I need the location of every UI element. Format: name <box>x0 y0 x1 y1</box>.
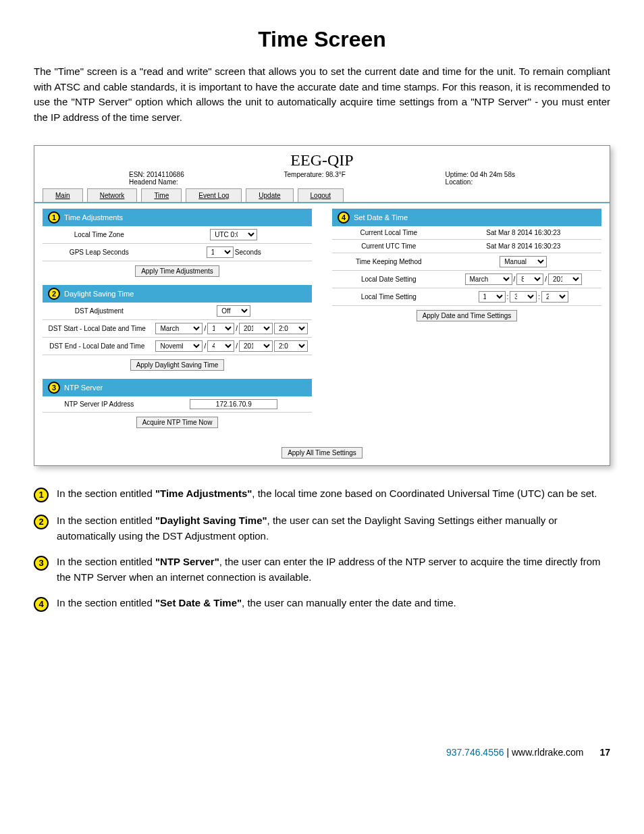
time-keeping-method-label: Time Keeping Method <box>332 255 446 268</box>
slash-icon: / <box>514 276 516 283</box>
temp-label: Temperature: 98.3°F <box>284 171 346 186</box>
apply-dst-button[interactable]: Apply Daylight Saving Time <box>130 359 225 371</box>
location-label: Location: <box>446 178 515 186</box>
badge-1-icon: 1 <box>34 488 49 502</box>
current-utc-time-label: Current UTC Time <box>332 240 446 253</box>
dst-start-label: DST Start - Local Date and Time <box>43 322 151 335</box>
local-date-day-select[interactable]: 8 <box>516 273 543 285</box>
colon-icon: : <box>507 293 509 301</box>
dst-end-day-select[interactable]: 4 <box>207 340 234 352</box>
local-date-setting-label: Local Date Setting <box>332 273 446 286</box>
current-local-time-label: Current Local Time <box>332 226 446 239</box>
dst-end-time-select[interactable]: 2:00 <box>274 340 308 352</box>
time-keeping-method-select[interactable]: Manual <box>500 256 547 267</box>
dst-end-month-select[interactable]: November <box>155 340 203 352</box>
explain-3: In the section entitled "NTP Server", th… <box>57 554 610 585</box>
local-date-year-select[interactable]: 2014 <box>548 273 582 285</box>
uptime-label: Uptime: 0d 4h 24m 58s <box>446 171 515 178</box>
badge-1-icon: 1 <box>48 211 60 224</box>
tab-logout[interactable]: Logout <box>298 188 344 202</box>
dst-start-month-select[interactable]: March <box>155 323 203 334</box>
leap-select[interactable]: 15 <box>207 246 234 258</box>
section-set-date-time-head: 4 Set Date & Time <box>332 209 601 226</box>
dst-start-year-select[interactable]: 2013 <box>239 323 273 334</box>
local-time-hour-select[interactable]: 16 <box>479 291 506 303</box>
footer-phone: 937.746.4556 <box>446 747 504 758</box>
slash-icon: / <box>236 342 238 350</box>
slash-icon: / <box>236 325 238 332</box>
ntp-ip-input[interactable] <box>190 399 277 409</box>
section-dst-head: 2 Daylight Saving Time <box>43 285 312 303</box>
footer-sep: | <box>504 747 512 758</box>
badge-4-icon: 4 <box>338 211 350 224</box>
slash-icon: / <box>204 325 206 332</box>
dst-adj-label: DST Adjustment <box>43 305 156 317</box>
dst-end-year-select[interactable]: 2013 <box>239 340 273 352</box>
explanations: 1 In the section entitled "Time Adjustme… <box>34 486 610 612</box>
acquire-ntp-button[interactable]: Acquire NTP Time Now <box>136 417 219 428</box>
dst-end-label: DST End - Local Date and Time <box>43 340 151 353</box>
page-title: Time Screen <box>34 27 610 52</box>
tz-select[interactable]: UTC 0:00 <box>210 229 257 240</box>
footer: 937.746.4556 | www.rldrake.com 17 <box>34 747 610 758</box>
headend-label: Headend Name: <box>129 178 184 186</box>
explain-2: In the section entitled "Daylight Saving… <box>57 513 610 544</box>
local-time-setting-label: Local Time Setting <box>332 290 446 303</box>
section-ntp-head: 3 NTP Server <box>43 379 312 396</box>
apply-date-time-button[interactable]: Apply Date and Time Settings <box>417 310 518 321</box>
apply-all-time-settings-button[interactable]: Apply All Time Settings <box>281 447 363 459</box>
current-local-time-value: Sat Mar 8 2014 16:30:23 <box>446 226 601 239</box>
apply-time-adjustments-button[interactable]: Apply Time Adjustments <box>135 265 219 277</box>
app-status-row: ESN: 2014110686 Headend Name: Temperatur… <box>34 171 610 188</box>
footer-site: www.rldrake.com <box>512 747 584 758</box>
section-time-adjustments-head: 1 Time Adjustments <box>43 209 312 226</box>
explain-4: In the section entitled "Set Date & Time… <box>57 596 610 612</box>
section-time-adjustments-title: Time Adjustments <box>64 213 123 221</box>
tab-update[interactable]: Update <box>246 188 293 202</box>
intro-text: The "Time" screen is a "read and write" … <box>34 64 610 125</box>
badge-4-icon: 4 <box>34 597 49 612</box>
ntp-ip-label: NTP Server IP Address <box>43 398 156 411</box>
tz-label: Local Time Zone <box>43 228 156 241</box>
explain-1: In the section entitled "Time Adjustment… <box>57 486 610 502</box>
leap-unit: Seconds <box>235 249 261 256</box>
app-title: EEG-QIP <box>34 146 610 171</box>
current-utc-time-value: Sat Mar 8 2014 16:30:23 <box>446 240 601 253</box>
tab-network[interactable]: Network <box>87 188 138 202</box>
leap-label: GPS Leap Seconds <box>43 246 156 259</box>
badge-2-icon: 2 <box>34 515 49 529</box>
dst-start-day-select[interactable]: 11 <box>207 323 234 334</box>
local-date-month-select[interactable]: March <box>465 273 512 285</box>
slash-icon: / <box>545 276 547 283</box>
app-tabs: Main Network Time Event Log Update Logou… <box>34 188 610 203</box>
slash-icon: / <box>204 342 206 350</box>
section-set-date-time-title: Set Date & Time <box>354 213 408 221</box>
colon-icon: : <box>538 293 540 301</box>
esn-label: ESN: 2014110686 <box>129 171 184 178</box>
local-time-sec-select[interactable]: 23 <box>541 291 568 303</box>
app-window: EEG-QIP ESN: 2014110686 Headend Name: Te… <box>34 145 610 466</box>
local-time-min-select[interactable]: 30 <box>510 291 537 303</box>
section-ntp-title: NTP Server <box>64 384 103 392</box>
badge-2-icon: 2 <box>48 288 60 300</box>
badge-3-icon: 3 <box>48 382 60 394</box>
badge-3-icon: 3 <box>34 556 49 571</box>
dst-adj-select[interactable]: Off <box>217 305 250 317</box>
tab-event-log[interactable]: Event Log <box>186 188 242 202</box>
section-dst-title: Daylight Saving Time <box>64 290 134 298</box>
tab-main[interactable]: Main <box>43 188 83 202</box>
page-number: 17 <box>599 747 610 758</box>
dst-start-time-select[interactable]: 2:00 <box>274 323 308 334</box>
tab-time[interactable]: Time <box>141 188 182 202</box>
